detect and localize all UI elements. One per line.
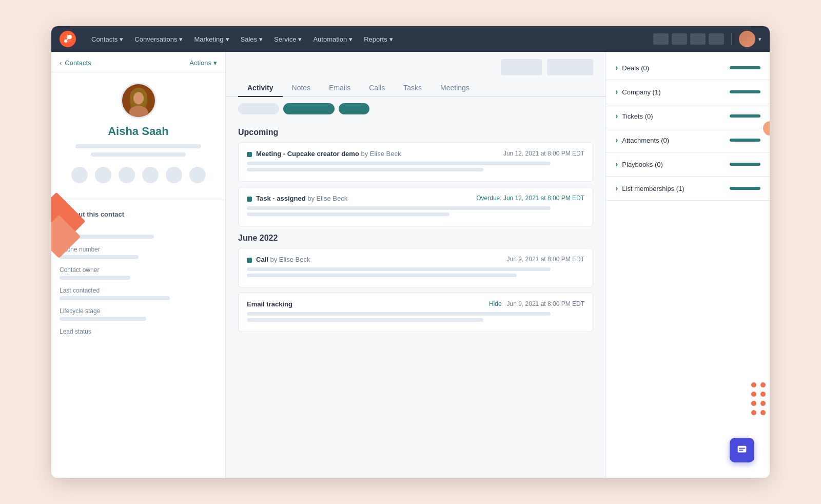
filter-chip-1[interactable]	[238, 103, 279, 114]
tab-tasks[interactable]: Tasks	[394, 80, 431, 97]
deals-action-btn[interactable]	[730, 66, 760, 69]
task-date: Overdue: Jun 12, 2021 at 8:00 PM EDT	[476, 195, 584, 202]
svg-rect-9	[739, 448, 746, 449]
avatar-image	[739, 31, 755, 47]
nav-reports[interactable]: Reports	[359, 32, 398, 46]
tab-meetings[interactable]: Meetings	[431, 80, 479, 97]
marketing-chevron	[226, 35, 229, 43]
call-body	[247, 267, 584, 277]
contact-action-icons	[71, 167, 206, 183]
meeting-action-icon[interactable]	[142, 167, 159, 183]
main-layout: Contacts Actions	[51, 52, 770, 478]
tab-emails[interactable]: Emails	[320, 80, 360, 97]
nav-automation[interactable]: Automation	[308, 32, 358, 46]
activity-card-call: Call by Elise Beck Jun 9, 2021 at 8:00 P…	[238, 248, 593, 287]
filter-chip-active[interactable]	[283, 103, 335, 114]
nav-items: Contacts Conversations Marketing Sales S…	[86, 32, 653, 46]
right-company[interactable]: Company (1)	[606, 80, 770, 104]
filter-bar	[226, 97, 605, 121]
field-lifecycle: Lifecycle stage	[60, 307, 217, 321]
more-action-icon[interactable]	[166, 167, 182, 183]
sidebar-header: Contacts Actions	[51, 52, 225, 72]
email-label: Email	[60, 225, 217, 232]
activity-card-call-header: Call by Elise Beck Jun 9, 2021 at 8:00 P…	[247, 256, 584, 263]
svg-point-6	[133, 92, 143, 105]
task-body	[247, 206, 584, 216]
meeting-date: Jun 12, 2021 at 8:00 PM EDT	[503, 150, 584, 157]
tab-calls[interactable]: Calls	[360, 80, 394, 97]
contact-title-skeleton	[75, 144, 202, 148]
contact-avatar	[121, 83, 157, 119]
right-sidebar: Deals (0) Company (1) Tickets (0)	[605, 52, 770, 478]
middle-content: Activity Notes Emails Calls Tasks Meetin…	[226, 52, 605, 478]
right-deals[interactable]: Deals (0)	[606, 56, 770, 80]
email-title: Email tracking	[247, 300, 292, 308]
activities-scroll: Upcoming Meeting - Cupcake creator demo …	[226, 121, 605, 478]
phone-value	[60, 255, 139, 259]
user-menu-chevron[interactable]	[758, 36, 761, 43]
field-owner: Contact owner	[60, 266, 217, 280]
tickets-action-btn[interactable]	[730, 114, 760, 118]
right-tickets[interactable]: Tickets (0)	[606, 104, 770, 128]
top-bar-buttons	[226, 52, 605, 75]
left-sidebar: Contacts Actions	[51, 52, 226, 478]
tab-activity[interactable]: Activity	[238, 80, 283, 97]
activity-card-task-header: Task - assigned by Elise Beck Overdue: J…	[247, 195, 584, 202]
deals-label: Deals (0)	[622, 64, 649, 72]
field-last-contacted: Last contacted	[60, 287, 217, 300]
lifecycle-label: Lifecycle stage	[60, 307, 217, 315]
nav-tool-3[interactable]	[690, 33, 706, 45]
task-action-icon[interactable]	[119, 167, 135, 183]
hubspot-logo[interactable]	[60, 31, 76, 47]
chat-button[interactable]	[730, 438, 754, 462]
share-action-icon[interactable]	[189, 167, 206, 183]
field-email: Email	[60, 225, 217, 239]
task-title: Task - assigned by Elise Beck	[256, 195, 347, 202]
hide-button[interactable]: Hide	[489, 300, 502, 307]
activity-card-task: Task - assigned by Elise Beck Overdue: J…	[238, 187, 593, 226]
right-list-memberships[interactable]: List memberships (1)	[606, 177, 770, 201]
call-action-icon[interactable]	[95, 167, 111, 183]
top-btn-1[interactable]	[501, 59, 542, 75]
email-action-icon[interactable]	[71, 167, 88, 183]
nav-contacts[interactable]: Contacts	[86, 32, 128, 46]
filter-chip-2[interactable]	[339, 103, 369, 114]
sales-chevron	[259, 35, 263, 43]
activity-tabs: Activity Notes Emails Calls Tasks Meetin…	[226, 75, 605, 97]
playbooks-label: Playbooks (0)	[622, 161, 662, 168]
field-phone: Phone number	[60, 246, 217, 259]
nav-conversations[interactable]: Conversations	[129, 32, 188, 46]
actions-button[interactable]: Actions	[189, 59, 217, 67]
nav-tool-4[interactable]	[709, 33, 724, 45]
last-contacted-value	[60, 296, 170, 300]
list-memberships-chevron	[615, 184, 618, 193]
company-action-btn[interactable]	[730, 90, 760, 93]
nav-marketing[interactable]: Marketing	[189, 32, 234, 46]
nav-tool-1[interactable]	[653, 33, 669, 45]
service-chevron	[298, 35, 302, 43]
call-dot	[247, 258, 252, 263]
activity-card-email-header: Email tracking Hide Jun 9, 2021 at 8:00 …	[247, 300, 584, 308]
attachments-action-btn[interactable]	[730, 139, 760, 142]
tab-notes[interactable]: Notes	[283, 80, 320, 97]
call-date: Jun 9, 2021 at 8:00 PM EDT	[507, 256, 584, 263]
user-avatar[interactable]	[739, 31, 755, 47]
field-lead-status: Lead status	[60, 328, 217, 335]
nav-tool-2[interactable]	[672, 33, 687, 45]
meeting-body	[247, 162, 584, 171]
list-memberships-action-btn[interactable]	[730, 187, 760, 190]
nav-sales[interactable]: Sales	[236, 32, 268, 46]
about-section: ▾ About this contact Email Phone number …	[51, 204, 225, 348]
back-to-contacts[interactable]: Contacts	[60, 59, 91, 67]
reports-chevron	[389, 35, 393, 43]
tickets-label: Tickets (0)	[622, 112, 653, 120]
right-playbooks[interactable]: Playbooks (0)	[606, 152, 770, 177]
right-attachments[interactable]: Attachments (0)	[606, 128, 770, 152]
email-body	[247, 312, 584, 322]
june2022-heading: June 2022	[238, 234, 593, 243]
about-header[interactable]: ▾ About this contact	[60, 210, 217, 218]
nav-service[interactable]: Service	[269, 32, 307, 46]
playbooks-action-btn[interactable]	[730, 163, 760, 166]
nav-right	[653, 31, 761, 47]
top-btn-2[interactable]	[547, 59, 593, 75]
